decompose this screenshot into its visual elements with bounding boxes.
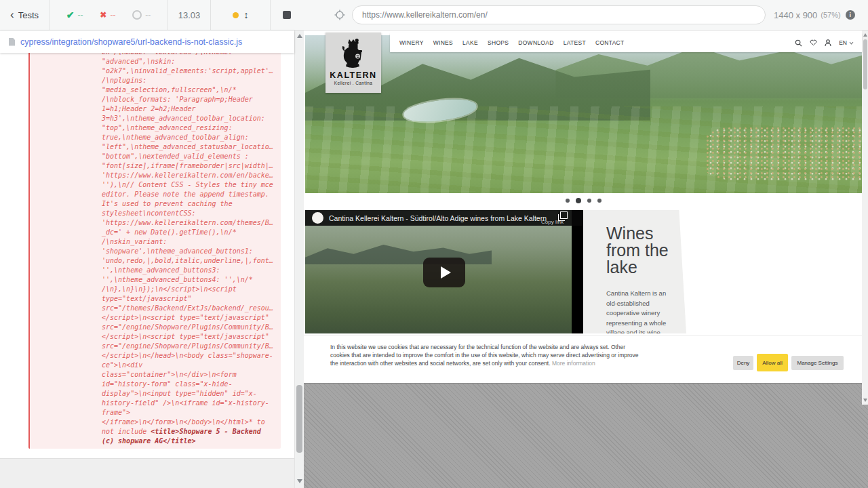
file-icon bbox=[9, 38, 15, 46]
manage-settings-button[interactable]: Manage Settings bbox=[791, 356, 844, 370]
runner-header: ‹ Tests ✔ -- ✖ -- -- 13.03 ↕ bbox=[0, 0, 868, 30]
outside-viewport-area bbox=[304, 383, 868, 488]
spec-file-link[interactable]: cypress/integration/shopware5/url-backen… bbox=[20, 37, 242, 47]
carousel-dot-3[interactable] bbox=[587, 199, 591, 203]
search-icon[interactable] bbox=[795, 39, 802, 47]
crosshair-icon bbox=[334, 9, 345, 20]
nav-item-lake[interactable]: LAKE bbox=[462, 39, 478, 46]
back-to-tests-button[interactable]: ‹ Tests bbox=[0, 0, 49, 30]
feature-heading: Wines from the lake bbox=[606, 225, 682, 276]
scroll-up-arrow-icon[interactable] bbox=[297, 34, 302, 38]
language-selector[interactable]: EN bbox=[839, 39, 854, 46]
failed-count: -- bbox=[110, 10, 115, 20]
nav-utilities: EN bbox=[795, 39, 854, 47]
nav-item-wines[interactable]: WINES bbox=[433, 39, 453, 46]
aut-scroll-down-arrow-icon[interactable] bbox=[863, 399, 867, 402]
hero-image bbox=[305, 35, 862, 193]
auto-scroll-toggle[interactable]: ↕ bbox=[244, 9, 249, 20]
carousel-dot-2-active[interactable] bbox=[576, 198, 581, 203]
channel-avatar[interactable] bbox=[312, 212, 323, 224]
viewport-scale-label: (57%) bbox=[821, 11, 840, 19]
carousel-dot-1[interactable] bbox=[566, 199, 570, 203]
stop-icon bbox=[283, 11, 291, 19]
nav-item-latest[interactable]: LATEST bbox=[564, 39, 586, 46]
video-player[interactable]: Cantina Kellerei Kaltern - Südtirol/Alto… bbox=[305, 210, 583, 333]
aut-scroll-up-arrow-icon[interactable] bbox=[863, 33, 867, 37]
feature-body: Cantina Kaltern is an old-established co… bbox=[606, 289, 671, 338]
status-dot-icon bbox=[233, 12, 239, 18]
scroll-down-arrow-icon[interactable] bbox=[297, 479, 302, 483]
aut-scrollbar-thumb[interactable] bbox=[863, 39, 867, 89]
command-log-footer bbox=[0, 458, 294, 488]
back-to-tests-label: Tests bbox=[18, 10, 39, 20]
chevron-down-icon bbox=[849, 41, 854, 45]
heart-icon[interactable] bbox=[810, 39, 817, 46]
pending-circle-icon bbox=[132, 10, 142, 20]
hero-carousel-dots bbox=[566, 198, 601, 203]
hero-village bbox=[706, 127, 862, 180]
deny-button[interactable]: Deny bbox=[733, 356, 753, 370]
scrollbar-thumb[interactable] bbox=[296, 385, 302, 453]
play-button[interactable] bbox=[423, 258, 465, 287]
stop-tests-button[interactable] bbox=[270, 0, 304, 30]
lion-crest-icon bbox=[340, 37, 367, 69]
check-icon: ✔ bbox=[66, 9, 75, 20]
x-icon: ✖ bbox=[100, 10, 106, 20]
test-stats: ✔ -- ✖ -- -- bbox=[50, 0, 167, 30]
play-icon bbox=[441, 266, 451, 279]
site-navbar: WINERY WINES LAKE SHOPS DOWNLOAD LATEST … bbox=[390, 33, 862, 52]
allow-all-button[interactable]: Allow all bbox=[757, 354, 788, 371]
cookie-text: In this website we use cookies that are … bbox=[330, 344, 641, 367]
error-text: en"/\nmode: "textareas"/\ntheme: "advanc… bbox=[30, 43, 281, 449]
runner-status-controls: ↕ bbox=[211, 0, 270, 30]
language-label: EN bbox=[839, 39, 847, 46]
aut-url-input[interactable] bbox=[352, 5, 766, 24]
nav-item-download[interactable]: DOWNLOAD bbox=[518, 39, 553, 46]
selector-playground-button[interactable] bbox=[334, 9, 345, 20]
passed-count: -- bbox=[78, 10, 83, 20]
nav-item-shops[interactable]: SHOPS bbox=[488, 39, 509, 46]
copy-link-label[interactable]: Copy link bbox=[541, 219, 564, 225]
site-logo[interactable]: KALTERN Kellerei . Cantina bbox=[326, 33, 381, 93]
url-toolbar: 1440 x 900 (57%) i bbox=[304, 0, 868, 30]
spec-file-header: cypress/integration/shopware5/url-backen… bbox=[0, 30, 294, 53]
cookie-banner: In this website we use cookies that are … bbox=[304, 336, 862, 383]
cypress-runner-window: ‹ Tests ✔ -- ✖ -- -- 13.03 ↕ bbox=[0, 0, 868, 488]
nav-item-winery[interactable]: WINERY bbox=[399, 39, 424, 46]
user-icon[interactable] bbox=[825, 39, 831, 47]
video-title: Cantina Kellerei Kaltern - Südtirol/Alto… bbox=[329, 214, 547, 222]
stat-passed: ✔ -- bbox=[66, 9, 83, 20]
logo-wordmark: KALTERN bbox=[330, 70, 376, 80]
more-information-link[interactable]: More information bbox=[552, 360, 595, 367]
carousel-dot-4[interactable] bbox=[597, 199, 601, 203]
test-duration: 13.03 bbox=[168, 0, 210, 30]
viewport-size-label: 1440 x 900 bbox=[774, 10, 817, 20]
nav-item-contact[interactable]: CONTACT bbox=[595, 39, 625, 46]
stat-pending: -- bbox=[132, 10, 151, 20]
chevron-left-icon: ‹ bbox=[10, 9, 14, 20]
logo-subtitle: Kellerei . Cantina bbox=[334, 81, 373, 85]
stat-failed: ✖ -- bbox=[100, 10, 115, 20]
pending-count: -- bbox=[145, 10, 151, 20]
feature-panel: Wines from the lake Cantina Kaltern is a… bbox=[583, 210, 686, 333]
viewport-info-icon[interactable]: i bbox=[846, 10, 855, 20]
test-error-message[interactable]: en"/\nmode: "textareas"/\ntheme: "advanc… bbox=[28, 43, 281, 449]
copy-icon[interactable] bbox=[560, 211, 568, 219]
